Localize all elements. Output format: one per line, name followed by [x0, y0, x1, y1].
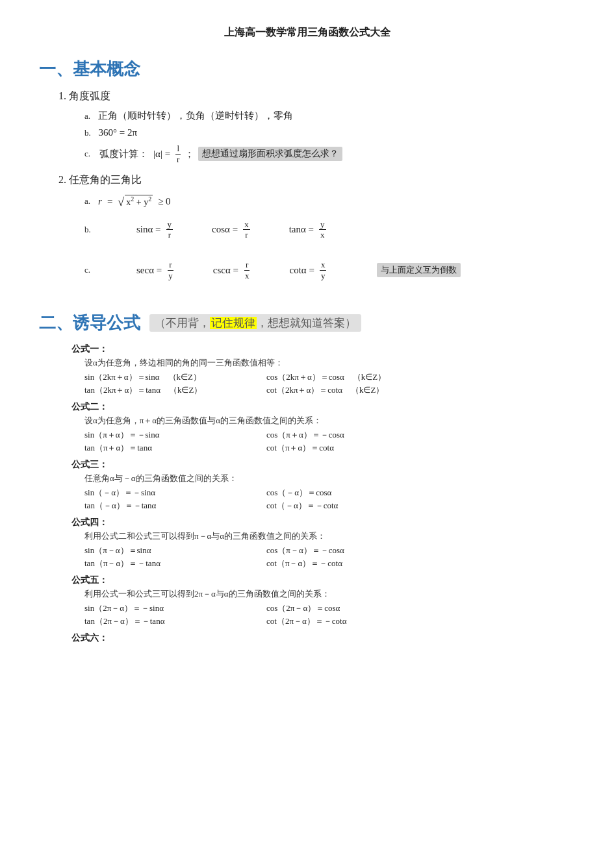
formula-row-5-1: sin（2π－α）＝－sinα cos（2π－α）＝cosα [84, 602, 575, 614]
formula-row-1-1: sin（2kπ＋α）＝sinα （k∈Z） cos（2kπ＋α）＝cosα （k… [84, 371, 575, 383]
formula-group-2: 公式二： 设α为任意角，π＋α的三角函数值与α的三角函数值之间的关系： sin（… [71, 401, 575, 454]
sub-item-a2: a. r = √ x2 + y2 ≥ 0 [84, 195, 575, 208]
section2-heading: 二、诱导公式 （不用背，记住规律，想想就知道答案） [39, 312, 575, 334]
formula-group-6: 公式六： [71, 632, 575, 644]
tan-formula: tanα = y x [289, 219, 326, 240]
sub-item-c1: c. 弧度计算： |α| = l r ； 想想通过扇形面积求弧度怎么求？ [84, 143, 575, 164]
csc-formula: cscα = r x [213, 260, 251, 280]
formula-l-over-r: l r [175, 143, 181, 164]
formula-label-1: 公式一： [71, 343, 575, 355]
sin-formula: sinα = y r [136, 219, 173, 240]
cos-formula: cosα = x r [212, 219, 250, 240]
formula-desc-3: 任意角α与－α的三角函数值之间的关系： [84, 473, 575, 484]
section1-heading: 一、基本概念 [39, 58, 575, 81]
formula-row-4-1: sin（π－α）＝sinα cos（π－α）＝－cosα [84, 545, 575, 556]
sub-item-b1: b. 360° = 2π [84, 127, 575, 138]
sub-item-b2: b. sinα = y r cosα = x r tanα = y x [84, 219, 575, 240]
formula-label-3: 公式三： [71, 459, 575, 471]
formula-desc-1: 设α为任意角，终边相同的角的同一三角函数值相等： [84, 357, 575, 369]
formula-label-6: 公式六： [71, 632, 575, 644]
page-title: 上海高一数学常用三角函数公式大全 [39, 26, 575, 40]
formula-group-4: 公式四： 利用公式二和公式三可以得到π－α与α的三角函数值之间的关系： sin（… [71, 517, 575, 569]
item-trig-ratio: 2. 任意角的三角比 [58, 173, 575, 187]
formula-row-3-1: sin（－α）＝－sinα cos（－α）＝cosα [84, 487, 575, 499]
formula-desc-5: 利用公式一和公式三可以得到2π－α与α的三角函数值之间的关系： [84, 588, 575, 600]
formula-label-2: 公式二： [71, 401, 575, 413]
formula-row-3-2: tan（－α）＝－tanα cot（－α）＝－cotα [84, 500, 575, 512]
sub-item-a1: a. 正角（顺时针转），负角（逆时针转），零角 [84, 110, 575, 122]
formula-row-5-2: tan（2π－α）＝－tanα cot（2π－α）＝－cotα [84, 615, 575, 627]
sub-item-c2: c. secα = r y cscα = r x cotα = x y 与上面定… [84, 252, 575, 283]
note-fan-area: 想想通过扇形面积求弧度怎么求？ [198, 147, 342, 161]
highlight-rule: 记住规律 [210, 317, 257, 329]
note-reciprocal: 与上面定义互为倒数 [377, 263, 461, 277]
sqrt-symbol: √ x2 + y2 [118, 195, 153, 208]
formula-desc-4: 利用公式二和公式三可以得到π－α与α的三角函数值之间的关系： [84, 530, 575, 542]
formula-group-5: 公式五： 利用公式一和公式三可以得到2π－α与α的三角函数值之间的关系： sin… [71, 575, 575, 627]
cot-formula: cotα = x y [289, 260, 326, 280]
formula-label-4: 公式四： [71, 517, 575, 528]
section2-note: （不用背，记住规律，想想就知道答案） [149, 314, 361, 332]
formula-label-5: 公式五： [71, 575, 575, 586]
formula-row-2-1: sin（π＋α）＝－sinα cos（π＋α）＝－cosα [84, 429, 575, 441]
formula-row-2-2: tan（π＋α）＝tanα cot（π＋α）＝cotα [84, 442, 575, 454]
formula-desc-2: 设α为任意角，π＋α的三角函数值与α的三角函数值之间的关系： [84, 415, 575, 427]
formula-row-4-2: tan（π－α）＝－tanα cot（π－α）＝－cotα [84, 558, 575, 569]
formula-row-1-2: tan（2kπ＋α）＝tanα （k∈Z） cot（2kπ＋α）＝cotα （k… [84, 384, 575, 396]
sec-formula: secα = r y [136, 260, 174, 280]
formula-group-3: 公式三： 任意角α与－α的三角函数值之间的关系： sin（－α）＝－sinα c… [71, 459, 575, 512]
formula-group-1: 公式一： 设α为任意角，终边相同的角的同一三角函数值相等： sin（2kπ＋α）… [71, 343, 575, 396]
item-angle-radian: 1. 角度弧度 [58, 90, 575, 103]
